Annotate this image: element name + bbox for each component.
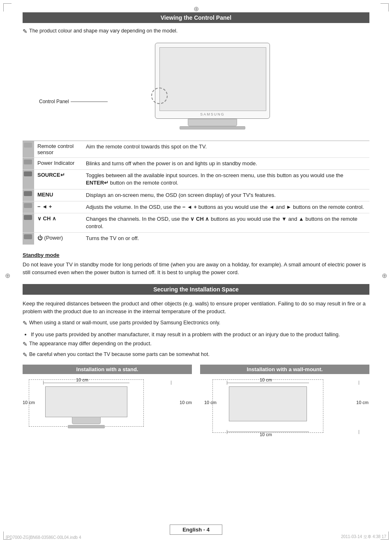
top-arrow-line	[43, 383, 129, 383]
row-desc: Adjusts the volume. In the OSD, use the …	[83, 201, 369, 213]
table-row: − ◄ + Adjusts the volume. In the OSD, us…	[23, 201, 369, 213]
left-compass-icon: ⊕	[5, 272, 10, 280]
control-panel-callout: Control Panel	[39, 99, 108, 104]
tv-screen	[159, 47, 266, 111]
wall-top-arrow-left	[227, 381, 227, 385]
top-dim: 10 cm	[76, 377, 88, 382]
note-icon2: ✎	[23, 320, 28, 326]
row-desc: Toggles between all the available input …	[83, 170, 369, 189]
corner-mark-tr	[380, 3, 389, 12]
row-label: ∨ CH ∧	[34, 213, 83, 232]
careful-note: ✎ Be careful when you contact the TV bec…	[23, 351, 369, 358]
row-desc: Aim the remote control towards this spot…	[83, 141, 369, 158]
control-panel-table: Remote control sensor Aim the remote con…	[23, 141, 369, 245]
install-wall-col: Installation with a wall-mount. 10 cm 10…	[200, 365, 369, 439]
wall-top-arrow-line	[227, 383, 309, 383]
top-compass-icon: ⊕	[194, 5, 199, 13]
section1-header: Viewing the Control Panel	[23, 12, 369, 23]
row-label: SOURCE↵	[34, 170, 83, 189]
row-label: Power Indicator	[34, 158, 83, 170]
wall-bottom-dim: 10 cm	[260, 432, 272, 437]
row-icon	[23, 170, 34, 189]
right-compass-icon: ⊕	[382, 272, 387, 280]
wall-bottom-arrow-left	[227, 430, 227, 434]
footer-page-number: English - 4	[170, 525, 222, 535]
row-desc: Displays an on-screen menu, the OSD (on …	[83, 189, 369, 201]
tv-diagram: Control Panel SAMSUNG	[23, 39, 369, 133]
row-label: − ◄ +	[34, 201, 83, 213]
install-stand-header: Installation with a stand.	[23, 365, 192, 374]
wall-top-dim: 10 cm	[260, 377, 272, 382]
table-row: Power Indicator Blinks and turns off whe…	[23, 158, 369, 170]
table-row: MENU Displays an on-screen menu, the OSD…	[23, 189, 369, 201]
tv-stand	[188, 119, 237, 126]
product-color-note: ✎ The product colour and shape may vary …	[23, 28, 369, 35]
install-wall-diagram: 10 cm 10 cm 10 cm 10 cm	[200, 377, 369, 439]
wall-bottom-arrow-right	[359, 430, 359, 434]
tv-frame: SAMSUNG	[155, 43, 270, 119]
footer-meta-left: [PD7000-ZG]BN68-03586C-00L04.indb 4	[6, 535, 81, 540]
wall-bottom-arrow-line	[227, 432, 309, 432]
list-item: If you use parts provided by another man…	[31, 330, 369, 339]
table-row: Remote control sensor Aim the remote con…	[23, 141, 369, 158]
page-footer: English - 4	[0, 525, 392, 535]
table-row: ∨ CH ∧ Changes the channels. In the OSD,…	[23, 213, 369, 232]
standby-text: Do not leave your TV in standby mode for…	[23, 261, 369, 277]
appearance-note: ✎ The appearance may differ depending on…	[23, 341, 369, 347]
section2-header: Securing the Installation Space	[23, 284, 369, 295]
note-icon3: ✎	[23, 341, 28, 347]
installation-section: Installation with a stand. 10 cm 10 cm 1…	[23, 365, 369, 439]
standby-title: Standby mode	[23, 252, 369, 258]
corner-mark-tl	[3, 3, 12, 12]
install-stand-col: Installation with a stand. 10 cm 10 cm 1…	[23, 365, 192, 439]
table-row: ⏻ (Power) Turns the TV on or off.	[23, 233, 369, 245]
wall-tv-box	[229, 386, 307, 421]
securing-intro: Keep the required distances between the …	[23, 300, 369, 316]
bullet-list: If you use parts provided by another man…	[31, 330, 369, 339]
install-wall-header: Installation with a wall-mount.	[200, 365, 369, 374]
row-label: ⏻ (Power)	[34, 233, 83, 245]
stand-tv-box	[45, 386, 127, 417]
control-panel-label: Control Panel	[39, 99, 69, 104]
row-icon	[23, 201, 34, 213]
footer-meta-right: 2011-03-14 오후 4:38 17	[341, 534, 386, 540]
row-desc: Blinks and turns off when the power is o…	[83, 158, 369, 170]
tv-stand-base	[180, 126, 245, 129]
row-icon	[23, 213, 34, 232]
tv-illustration: SAMSUNG	[155, 43, 270, 129]
wall-right-dim: 10 cm	[356, 400, 369, 405]
install-stand-diagram: 10 cm 10 cm 10 cm	[23, 377, 192, 439]
right-dim: 10 cm	[180, 400, 192, 405]
wall-top-arrow-right	[359, 381, 359, 385]
installation-headers: Installation with a stand. 10 cm 10 cm 1…	[23, 365, 369, 439]
row-icon	[23, 158, 34, 170]
tv-brand: SAMSUNG	[200, 112, 225, 116]
row-desc: Changes the channels. In the OSD, use th…	[83, 213, 369, 232]
control-panel-spot	[151, 88, 168, 104]
note-icon4: ✎	[23, 351, 28, 358]
row-icon	[23, 141, 34, 158]
wall-left-dim: 10 cm	[204, 400, 217, 405]
standby-section: Standby mode Do not leave your TV in sta…	[23, 252, 369, 277]
note-icon: ✎	[23, 28, 28, 35]
table-row: SOURCE↵ Toggles between all the availabl…	[23, 170, 369, 189]
top-arrow-right	[171, 381, 171, 385]
row-icon	[23, 233, 34, 245]
top-arrow-left	[43, 381, 44, 385]
samsung-only-note: ✎ When using a stand or wall-mount, use …	[23, 320, 369, 326]
row-icon	[23, 189, 34, 201]
left-dim: 10 cm	[23, 400, 35, 405]
row-label: MENU	[34, 189, 83, 201]
row-desc: Turns the TV on or off.	[83, 233, 369, 245]
row-label: Remote control sensor	[34, 141, 83, 158]
